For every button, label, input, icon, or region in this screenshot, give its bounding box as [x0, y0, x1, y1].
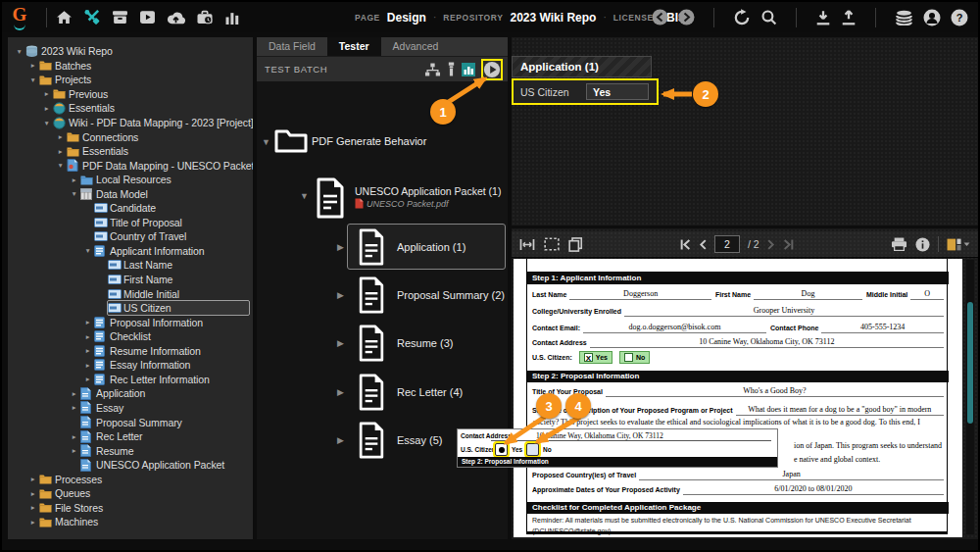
caret-open-icon[interactable]: ▾	[27, 75, 38, 84]
tab-advanced[interactable]: Advanced	[381, 37, 451, 56]
tree-item-local-resources[interactable]: ▸Local Resources	[8, 173, 253, 187]
hierarchy-icon[interactable]	[424, 63, 441, 76]
batch-doc-rec-letter-4[interactable]: ▶Rec Letter (4)	[347, 369, 506, 415]
tree-item-wiki-pdf-data-mapping-2023-project[interactable]: ▾Wiki - PDF Data Mapping - 2023 [Project…	[8, 116, 253, 130]
refresh-icon[interactable]	[733, 7, 751, 28]
database-icon[interactable]	[895, 7, 913, 28]
batch-doc-proposal-summary-2[interactable]: ▶Proposal Summary (2)	[347, 272, 506, 318]
run-test-button[interactable]	[481, 59, 503, 80]
caret-closed-icon[interactable]: ▸	[27, 61, 38, 70]
tree-item-essentials[interactable]: ▸Essentials	[8, 144, 253, 159]
caret-closed-icon[interactable]: ▸	[69, 446, 79, 455]
caret-closed-icon[interactable]: ▸	[55, 132, 66, 141]
batch-process-icon[interactable]	[139, 7, 156, 28]
help-icon[interactable]: ?	[951, 7, 968, 28]
caret-closed-icon[interactable]: ▶	[337, 387, 344, 397]
pages-icon[interactable]	[568, 237, 583, 252]
tree-item-2023-wiki-repo[interactable]: ▾2023 Wiki Repo	[8, 44, 253, 59]
caret-closed-icon[interactable]: ▶	[337, 242, 344, 252]
tree-item-us-citizen[interactable]: US Citizen	[8, 301, 253, 316]
last-page-icon[interactable]	[783, 239, 794, 250]
tree-item-middle-initial[interactable]: Middle Initial	[8, 286, 253, 301]
caret-open-icon[interactable]: ▾	[14, 47, 24, 56]
tree-item-applicant-information[interactable]: ▾Applicant Information	[8, 244, 253, 259]
tree-item-application[interactable]: ▸Application	[8, 386, 253, 401]
tree-item-country-of-travel[interactable]: Country of Travel	[8, 229, 253, 244]
tree-item-unesco-application-packet[interactable]: UNESCO Application Packet	[8, 458, 253, 473]
result-row-us-citizen[interactable]: US Citizen Yes	[514, 80, 657, 103]
caret-closed-icon[interactable]: ▶	[337, 435, 344, 445]
packet-file[interactable]: UNESCO Packet.pdf	[355, 198, 449, 209]
packet-doc-icon[interactable]	[316, 177, 345, 223]
select-region-icon[interactable]	[544, 237, 560, 251]
info-icon[interactable]	[915, 237, 930, 252]
tree-item-essentials[interactable]: ▸Essentials	[8, 101, 253, 116]
caret-closed-icon[interactable]: ▸	[82, 361, 93, 370]
batch-root-label[interactable]: PDF Generate Behavior	[312, 135, 426, 147]
tree-item-processes[interactable]: ▸Processes	[8, 472, 253, 486]
forward-icon[interactable]	[678, 7, 695, 28]
tree-item-essay[interactable]: ▸Essay	[8, 401, 253, 416]
caret-closed-icon[interactable]: ▸	[27, 518, 38, 527]
caret-closed-icon[interactable]: ▸	[69, 176, 79, 184]
caret-closed-icon[interactable]: ▸	[82, 332, 93, 341]
home-icon[interactable]	[56, 7, 73, 28]
tree-item-first-name[interactable]: First Name	[8, 273, 253, 287]
tree-item-pdf-data-mapping-unesco-packet[interactable]: ▾PDF Data Mapping - UNESCO Packet	[8, 158, 253, 173]
caret-open-icon[interactable]: ▾	[41, 119, 52, 127]
tree-item-checklist[interactable]: ▸Checklist	[8, 329, 253, 344]
user-icon[interactable]	[923, 7, 941, 28]
cloud-upload-icon[interactable]	[167, 7, 185, 28]
caret-closed-icon[interactable]: ▸	[41, 104, 52, 113]
caret-closed-icon[interactable]: ▸	[55, 147, 66, 156]
tree-item-proposal-summary[interactable]: Proposal Summary	[8, 415, 253, 429]
tree-item-resume[interactable]: ▸Resume	[8, 443, 253, 458]
tree-item-rec-letter-information[interactable]: ▸Rec Letter Information	[8, 373, 253, 387]
caret-open-icon[interactable]: ▼	[262, 137, 270, 147]
caret-closed-icon[interactable]: ▸	[69, 432, 79, 441]
caret-closed-icon[interactable]: ▸	[41, 89, 52, 98]
caret-open-icon[interactable]: ▼	[300, 191, 309, 201]
viewer-scrollbar-thumb[interactable]	[967, 302, 973, 424]
tab-tester[interactable]: Tester	[327, 37, 381, 56]
design-tools-icon[interactable]	[83, 7, 101, 28]
caret-closed-icon[interactable]: ▸	[69, 403, 79, 412]
caret-open-icon[interactable]: ▾	[82, 246, 93, 255]
caret-closed-icon[interactable]: ▶	[337, 290, 344, 300]
caret-closed-icon[interactable]: ▸	[27, 489, 38, 498]
tree-item-file-stores[interactable]: ▸File Stores	[8, 501, 253, 516]
import-icon[interactable]	[815, 7, 831, 28]
tree-item-machines[interactable]: ▸Machines	[8, 515, 253, 529]
inset-no-checkbox[interactable]	[526, 443, 539, 456]
tree-item-resume-information[interactable]: ▸Resume Information	[8, 343, 253, 358]
print-icon[interactable]	[891, 237, 907, 251]
inset-yes-checkbox[interactable]	[495, 443, 508, 456]
tree-item-data-model[interactable]: ▾Data Model	[8, 186, 253, 201]
tree-item-rec-letter[interactable]: ▸Rec Letter	[8, 429, 253, 444]
caret-closed-icon[interactable]: ▸	[27, 475, 38, 483]
tree-item-projects[interactable]: ▾Projects	[8, 73, 253, 87]
page-value[interactable]: Design	[387, 11, 426, 25]
caret-closed-icon[interactable]: ▸	[82, 375, 93, 383]
caret-open-icon[interactable]: ▾	[69, 189, 79, 198]
page-number-input[interactable]: 2	[714, 235, 740, 253]
stats-icon[interactable]	[224, 7, 240, 28]
batch-doc-application-1[interactable]: ▶Application (1)	[347, 224, 506, 270]
tree-item-candidate[interactable]: Candidate	[8, 201, 253, 216]
result-field-value[interactable]: Yes	[586, 83, 649, 100]
tree-item-proposal-information[interactable]: ▸Proposal Information	[8, 315, 253, 329]
search-icon[interactable]	[760, 7, 777, 28]
statistics-icon[interactable]	[462, 63, 475, 76]
layout-icon[interactable]	[947, 238, 970, 251]
batch-folder-icon[interactable]	[273, 125, 309, 159]
flashlight-icon[interactable]	[447, 62, 456, 76]
batches-icon[interactable]	[112, 7, 128, 28]
tree-item-connections[interactable]: ▸Connections	[8, 129, 253, 144]
first-page-icon[interactable]	[680, 239, 691, 250]
caret-closed-icon[interactable]: ▸	[69, 389, 79, 398]
tree-item-essay-information[interactable]: ▸Essay Information	[8, 358, 253, 373]
packet-label[interactable]: UNESCO Application Packet (1)	[355, 185, 501, 197]
caret-closed-icon[interactable]: ▶	[337, 338, 344, 348]
tree-item-last-name[interactable]: Last Name	[8, 258, 253, 273]
caret-closed-icon[interactable]: ▸	[82, 346, 93, 355]
